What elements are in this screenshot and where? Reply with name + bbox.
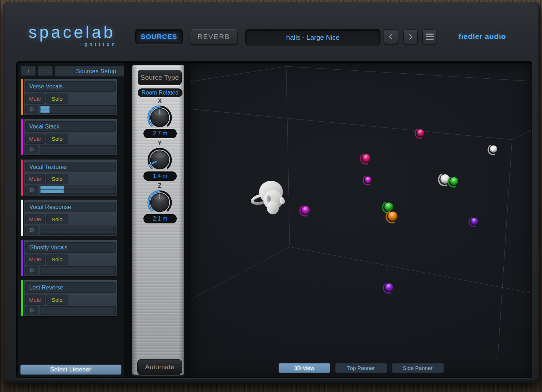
view-button-side-panner[interactable]: Side Panner [392,363,444,373]
source-settings-button[interactable]: ⚙ [25,145,38,154]
source-sphere[interactable] [388,212,397,221]
chevron-right-icon [408,33,413,41]
remove-source-button[interactable]: − [38,66,53,76]
room-wireframe-edge [286,66,532,81]
preset-selector[interactable]: halls - Large Nice [245,29,380,45]
source-sphere[interactable] [362,154,370,162]
room-wireframe-edge [290,247,532,293]
solo-button[interactable]: Solo [46,134,68,144]
mute-button[interactable]: Mute [25,93,45,104]
position-knob-z[interactable] [145,187,175,218]
room-wireframe-edge [190,66,286,82]
mute-button[interactable]: Mute [25,174,45,184]
source-color-stripe [21,160,23,196]
source-card-body: Ghostly Vocals Mute Solo ⚙ [24,240,117,276]
source-name[interactable]: Vocal Textures [25,162,116,172]
source-sphere[interactable] [385,283,393,291]
room-wireframe-edge [498,140,512,361]
knob-value-z[interactable]: 2.1 m [143,214,177,223]
listener-head[interactable] [251,176,291,221]
source-sphere[interactable] [450,177,458,185]
source-sphere[interactable] [302,206,310,214]
automate-button[interactable]: Automate [137,359,182,375]
source-settings-button[interactable]: ⚙ [25,266,38,275]
knob-value-x[interactable]: 2.7 m [143,129,177,138]
gear-icon: ⚙ [29,267,34,274]
meter-fill [40,106,50,109]
gear-icon: ⚙ [29,227,34,233]
source-color-stripe [21,240,23,276]
source-color-stripe [21,200,23,236]
solo-button[interactable]: Solo [46,254,68,265]
source-name[interactable]: Vocal Response [25,202,116,212]
meter-tick [113,149,113,153]
source-card-body: Verse Vocals Mute Solo ⚙ [24,79,117,115]
room-scene [190,64,532,377]
source-settings-button[interactable]: ⚙ [25,186,38,195]
source-settings-button[interactable]: ⚙ [25,226,38,235]
source-sphere[interactable] [365,177,371,183]
source-color-stripe [21,79,23,115]
mute-button[interactable]: Mute [25,214,45,224]
room-wireframe-edge [190,109,512,140]
source-card: Verse Vocals Mute Solo ⚙ [21,79,117,115]
select-listener-button[interactable]: Select Listener [20,365,121,375]
coordinate-mode-display[interactable]: Room Related [138,88,182,97]
gear-icon: ⚙ [29,147,34,153]
level-meter [40,186,116,195]
meter-tick [113,230,113,233]
meter-tick [113,226,113,230]
previous-preset-button[interactable] [384,29,398,44]
3d-room-viewport[interactable]: 3D ViewTop PannerSide Panner [190,64,532,377]
source-name[interactable]: Verse Vocals [25,81,116,92]
meter-tick [113,186,113,190]
source-card-body: Vocal Stack Mute Solo ⚙ [24,119,117,155]
source-card-body: Vocal Response Mute Solo ⚙ [24,200,117,236]
gear-icon: ⚙ [29,308,34,314]
mute-button[interactable]: Mute [25,295,45,305]
solo-button[interactable]: Solo [46,174,68,184]
source-card: Vocal Response Mute Solo ⚙ [21,200,117,236]
source-name[interactable]: Vocal Stack [25,121,116,132]
next-preset-button[interactable] [403,29,418,44]
source-type-button[interactable]: Source Type [138,70,182,85]
source-name[interactable]: Lost Reverse [25,282,116,293]
mute-button[interactable]: Mute [25,134,45,144]
view-button-top-panner[interactable]: Top Panner [335,363,387,373]
source-sphere[interactable] [417,129,424,136]
sources-tab-button[interactable]: SOURCES [135,29,183,44]
app-logo-subtitle: ignition [29,42,117,47]
sources-setup-header: Sources Setup [55,66,124,77]
mute-button[interactable]: Mute [25,254,45,265]
source-color-stripe [21,280,23,316]
solo-button[interactable]: Solo [46,295,68,305]
meter-tick [113,106,113,109]
solo-button[interactable]: Solo [46,93,68,104]
source-card: Vocal Stack Mute Solo ⚙ [21,119,117,155]
view-button-3d-view[interactable]: 3D View [279,363,330,373]
source-settings-button[interactable]: ⚙ [25,306,38,315]
meter-tick [113,270,113,274]
source-sphere[interactable] [384,202,393,211]
position-knob-y[interactable] [145,145,175,175]
metal-panel: Source Type Room Related X2.7 mY1.4 mZ2.… [132,65,184,375]
source-sphere[interactable] [490,145,497,153]
reverb-tab-button[interactable]: REVERB [190,29,238,44]
solo-button[interactable]: Solo [46,214,68,224]
level-meter [40,226,116,235]
hamburger-menu-button[interactable] [422,29,437,44]
gear-icon: ⚙ [29,187,34,193]
meter-tick [113,109,113,113]
source-name[interactable]: Ghostly Vocals [25,242,116,253]
position-knob-x[interactable] [145,103,175,133]
add-source-button[interactable]: + [21,66,36,76]
source-card: Lost Reverse Mute Solo ⚙ [21,280,117,316]
hamburger-icon [426,34,434,40]
gear-icon: ⚙ [29,106,34,113]
source-settings-button[interactable]: ⚙ [25,105,38,114]
knob-value-y[interactable]: 1.4 m [143,171,177,181]
source-sphere[interactable] [471,218,478,225]
source-color-stripe [21,119,23,155]
level-meter [40,105,116,114]
level-meter [40,145,116,154]
